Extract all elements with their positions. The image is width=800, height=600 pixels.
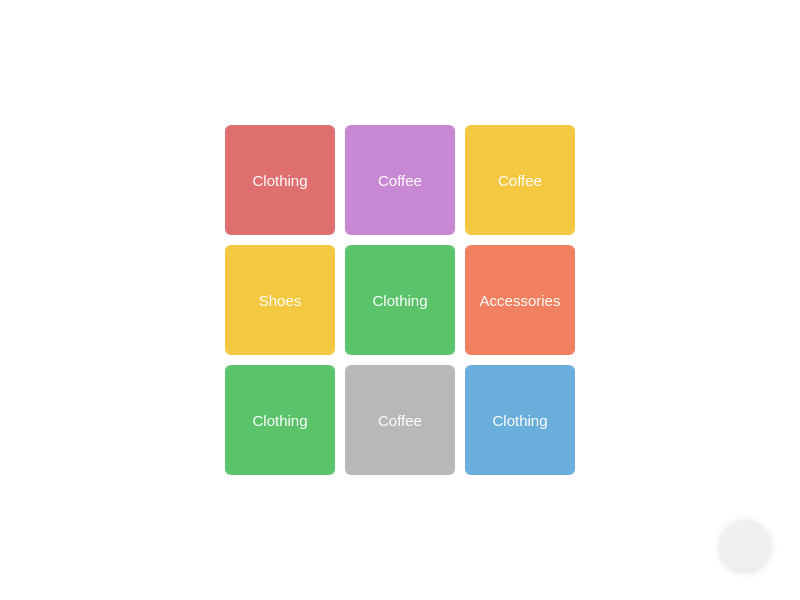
grid-item-8[interactable]: Clothing [465,365,575,475]
fab-button[interactable] [720,520,770,570]
grid-item-2[interactable]: Coffee [465,125,575,235]
grid-item-3[interactable]: Shoes [225,245,335,355]
grid-item-7[interactable]: Coffee [345,365,455,475]
grid-item-4[interactable]: Clothing [345,245,455,355]
category-grid: ClothingCoffeeCoffeeShoesClothingAccesso… [225,125,575,475]
grid-item-5[interactable]: Accessories [465,245,575,355]
grid-item-1[interactable]: Coffee [345,125,455,235]
grid-item-6[interactable]: Clothing [225,365,335,475]
grid-item-0[interactable]: Clothing [225,125,335,235]
